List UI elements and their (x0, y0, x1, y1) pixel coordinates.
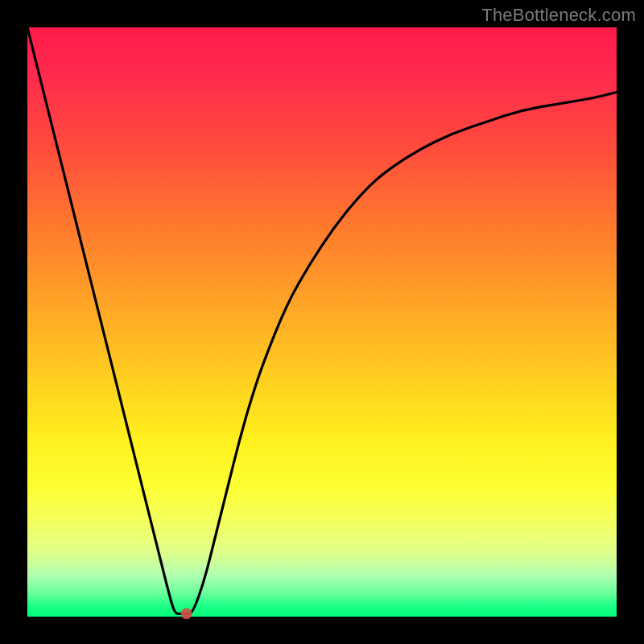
watermark-text: TheBottleneck.com (481, 5, 636, 26)
optimum-marker (181, 608, 192, 619)
curve-svg (27, 27, 617, 617)
plot-area (27, 27, 617, 617)
bottleneck-curve (27, 27, 617, 613)
chart-frame: TheBottleneck.com (0, 0, 644, 644)
